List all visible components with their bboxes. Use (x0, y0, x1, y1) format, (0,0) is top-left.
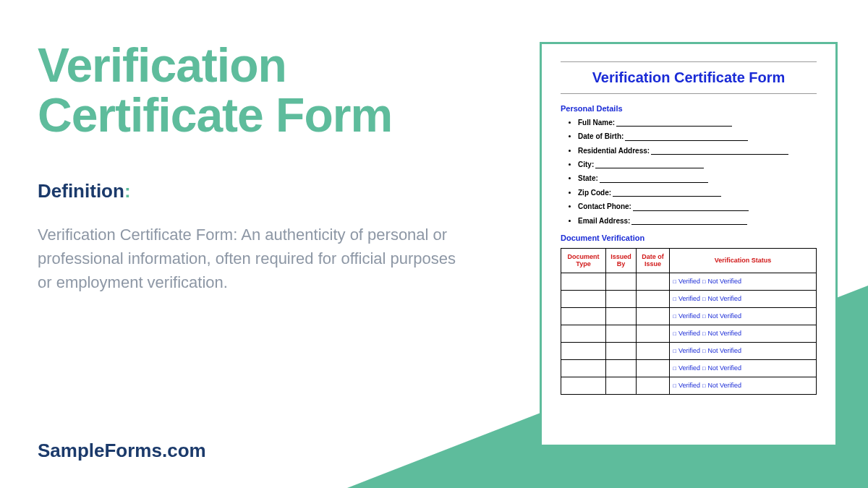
definition-label: Definition (38, 180, 124, 202)
form-title: Verification Certificate Form (561, 67, 817, 89)
section-personal-details: Personal Details (561, 104, 817, 113)
table-row: ☐ Verified ☐ Not Verified (561, 342, 817, 359)
field-dob: Date of Birth: (578, 132, 817, 140)
personal-fields-list: Full Name: Date of Birth: Residential Ad… (561, 119, 817, 225)
verification-status-options: ☐ Verified ☐ Not Verified (673, 382, 741, 389)
cell-empty (606, 273, 637, 290)
cell-empty (561, 290, 606, 307)
form-divider-top (561, 61, 817, 62)
field-zip: Zip Code: (578, 189, 817, 197)
table-row: ☐ Verified ☐ Not Verified (561, 273, 817, 290)
cell-empty (561, 273, 606, 290)
form-divider-bottom (561, 93, 817, 94)
verification-status-options: ☐ Verified ☐ Not Verified (673, 278, 741, 285)
cell-empty (637, 325, 670, 342)
cell-empty (561, 377, 606, 394)
definition-colon: : (124, 180, 131, 202)
verification-status-options: ☐ Verified ☐ Not Verified (673, 295, 741, 302)
verification-status-options: ☐ Verified ☐ Not Verified (673, 312, 741, 320)
cell-empty (637, 342, 670, 359)
verification-status-options: ☐ Verified ☐ Not Verified (673, 347, 741, 354)
site-name: SampleForms.com (38, 440, 206, 462)
cell-empty (561, 325, 606, 342)
field-state: State: (578, 174, 817, 182)
definition-heading: Definition: (38, 180, 457, 202)
th-date-of-issue: Date of Issue (637, 248, 670, 273)
cell-verification-status: ☐ Verified ☐ Not Verified (670, 325, 817, 342)
cell-verification-status: ☐ Verified ☐ Not Verified (670, 342, 817, 359)
field-phone: Contact Phone: (578, 202, 817, 210)
verification-status-options: ☐ Verified ☐ Not Verified (673, 330, 741, 337)
left-panel: Verification Certificate Form Definition… (38, 40, 457, 294)
cell-verification-status: ☐ Verified ☐ Not Verified (670, 359, 817, 377)
cell-empty (637, 273, 670, 290)
table-header-row: Document Type Issued By Date of Issue Ve… (561, 248, 817, 273)
th-verification-status: Verification Status (670, 248, 817, 273)
cell-empty (606, 377, 637, 394)
table-row: ☐ Verified ☐ Not Verified (561, 359, 817, 377)
definition-body: Verification Certificate Form: An authen… (38, 223, 457, 294)
field-email: Email Address: (578, 217, 817, 225)
table-row: ☐ Verified ☐ Not Verified (561, 307, 817, 325)
field-full-name: Full Name: (578, 119, 817, 127)
cell-verification-status: ☐ Verified ☐ Not Verified (670, 273, 817, 290)
field-address: Residential Address: (578, 147, 817, 155)
table-row: ☐ Verified ☐ Not Verified (561, 325, 817, 342)
cell-empty (637, 307, 670, 325)
verification-status-options: ☐ Verified ☐ Not Verified (673, 364, 741, 372)
cell-empty (606, 325, 637, 342)
cell-empty (561, 342, 606, 359)
page-title: Verification Certificate Form (38, 40, 457, 141)
cell-verification-status: ☐ Verified ☐ Not Verified (670, 307, 817, 325)
cell-empty (606, 342, 637, 359)
cell-empty (637, 359, 670, 377)
cell-empty (606, 359, 637, 377)
cell-empty (637, 290, 670, 307)
table-row: ☐ Verified ☐ Not Verified (561, 377, 817, 394)
th-document-type: Document Type (561, 248, 606, 273)
cell-verification-status: ☐ Verified ☐ Not Verified (670, 377, 817, 394)
table-row: ☐ Verified ☐ Not Verified (561, 290, 817, 307)
cell-empty (561, 359, 606, 377)
form-preview-card: Verification Certificate Form Personal D… (540, 42, 838, 447)
field-city: City: (578, 160, 817, 168)
section-document-verification: Document Verification (561, 234, 817, 242)
cell-empty (561, 307, 606, 325)
cell-empty (637, 377, 670, 394)
cell-empty (606, 307, 637, 325)
document-verification-table: Document Type Issued By Date of Issue Ve… (561, 248, 817, 395)
cell-empty (606, 290, 637, 307)
cell-verification-status: ☐ Verified ☐ Not Verified (670, 290, 817, 307)
th-issued-by: Issued By (606, 248, 637, 273)
